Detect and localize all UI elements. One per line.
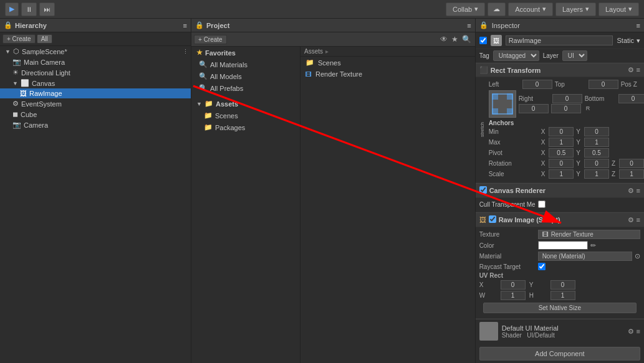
native-size-button[interactable]: Set Native Size	[483, 303, 637, 313]
hierarchy-menu-icon[interactable]: ≡	[183, 22, 187, 29]
ri-menu-icon[interactable]: ≡	[637, 216, 640, 224]
account-button[interactable]: Account ▾	[508, 2, 553, 16]
layers-button[interactable]: Layers ▾	[555, 2, 596, 16]
min-y-input[interactable]	[584, 127, 609, 136]
go-active-checkbox[interactable]	[479, 37, 487, 44]
hierarchy-item-eventsystem[interactable]: ⚙ EventSystem	[0, 98, 191, 109]
cull-checkbox[interactable]	[538, 200, 545, 208]
right-input[interactable]	[552, 94, 582, 103]
scenes-folder-item[interactable]: 📁 Scenes	[191, 110, 300, 121]
canvas-renderer-toggle[interactable]	[479, 186, 487, 195]
go-name-input[interactable]	[506, 35, 613, 45]
proj-star-button[interactable]: ★	[450, 34, 459, 45]
sc-x-label: X	[541, 171, 545, 177]
top-input[interactable]	[589, 80, 618, 89]
uv-rect-label: UV Rect	[479, 272, 640, 279]
sc-z-input[interactable]	[619, 169, 644, 179]
texture-value[interactable]: 🎞 Render Texture	[538, 230, 640, 239]
right-val-input[interactable]	[519, 104, 549, 113]
rt-menu-icon[interactable]: ≡	[637, 66, 640, 74]
rt-settings-icon[interactable]: ⚙	[628, 66, 634, 74]
uv-w-row: W H	[479, 291, 640, 300]
all-materials-label: All Materials	[210, 61, 248, 68]
rect-transform-header[interactable]: ⬛ Rect Transform ⚙ ≡	[476, 63, 644, 77]
collab-button[interactable]: Collab ▾	[446, 2, 485, 16]
play-button[interactable]: ▶	[5, 2, 19, 16]
pivot-y-input[interactable]	[584, 148, 609, 158]
anchor-preset-icon[interactable]	[489, 90, 516, 118]
step-button[interactable]: ⏭	[39, 2, 55, 16]
material-value[interactable]: None (Material)	[538, 252, 632, 261]
inspector-menu-icon[interactable]: ≡	[637, 22, 640, 29]
rot-x-input[interactable]	[549, 159, 574, 168]
scenes-asset-item[interactable]: 📁 Scenes	[300, 57, 475, 68]
raw-image-header[interactable]: 🖼 Raw Image (Script) ⚙ ≡	[476, 212, 644, 227]
project-menu-icon[interactable]: ≡	[467, 22, 471, 29]
proj-eye-button[interactable]: 👁	[439, 34, 449, 45]
hierarchy-item-canvas[interactable]: ▼ ⬜ Canvas	[0, 78, 191, 88]
all-materials-item[interactable]: 🔍 All Materials	[191, 59, 300, 70]
max-y-input[interactable]	[584, 138, 609, 147]
raw-image-checkbox[interactable]	[489, 215, 496, 223]
breadcrumb-assets[interactable]: Assets	[304, 48, 323, 55]
create-button[interactable]: + Create	[2, 34, 36, 44]
scale-label: Scale	[489, 171, 539, 177]
static-arrow[interactable]: ▾	[637, 37, 640, 45]
scene-menu[interactable]: ⋮	[183, 49, 188, 55]
ri-settings-icon[interactable]: ⚙	[628, 216, 634, 224]
proj-create-button[interactable]: + Create	[194, 35, 227, 44]
add-component-button[interactable]: Add Component	[479, 347, 640, 361]
hierarchy-item-main-camera[interactable]: 📷 Main Camera	[0, 57, 191, 67]
all-button[interactable]: All	[37, 34, 52, 44]
mat-menu-icon[interactable]: ≡	[637, 328, 640, 336]
max-x-input[interactable]	[549, 138, 574, 147]
raycast-checkbox[interactable]	[538, 263, 545, 270]
layout-button[interactable]: Layout ▾	[598, 2, 639, 16]
scenes-label: Scenes	[215, 112, 238, 120]
pause-button[interactable]: ⏸	[21, 2, 37, 16]
render-texture-item[interactable]: 🎞 Render Texture	[300, 68, 475, 80]
color-edit-icon[interactable]: ✏	[590, 242, 596, 250]
color-swatch[interactable]	[538, 241, 588, 250]
all-prefabs-item[interactable]: 🔍 All Prefabs	[191, 82, 300, 94]
min-x-input[interactable]	[549, 127, 574, 136]
cr-menu-icon[interactable]: ≡	[637, 187, 640, 195]
hierarchy-item-directional-light[interactable]: ☀ Directional Light	[0, 67, 191, 78]
all-models-item[interactable]: 🔍 All Models	[191, 70, 300, 82]
scene-root-item[interactable]: ▼ ⬡ SampleScene* ⋮	[0, 46, 191, 57]
uv-w-input[interactable]	[501, 291, 526, 300]
material-edit-icon[interactable]: ⊙	[635, 252, 640, 260]
favorites-folder[interactable]: ★ Favorites	[191, 47, 300, 59]
uv-h-input[interactable]	[550, 291, 575, 300]
uv-x-input[interactable]	[501, 280, 526, 290]
sc-y-input[interactable]	[584, 169, 609, 179]
canvas-renderer-checkbox[interactable]	[479, 186, 487, 194]
bottom-val-input[interactable]	[551, 104, 581, 113]
layer-dropdown[interactable]: UI	[562, 50, 587, 61]
rot-z-input[interactable]	[619, 159, 644, 168]
pivot-x-label: X	[541, 149, 545, 156]
hierarchy-item-cube[interactable]: ◼ Cube	[0, 109, 191, 120]
cloud-button[interactable]: ☁	[488, 2, 506, 16]
tag-dropdown[interactable]: Untagged	[493, 50, 539, 61]
hierarchy-item-camera2[interactable]: 📷 Camera	[0, 120, 191, 130]
canvas-renderer-header[interactable]: Canvas Renderer ⚙ ≡	[476, 183, 644, 198]
assets-folder[interactable]: ▼ 📁 Assets	[191, 98, 300, 110]
hierarchy-item-rawimage[interactable]: 🖼 RawImage	[0, 88, 191, 98]
cr-settings-icon[interactable]: ⚙	[628, 187, 634, 195]
rot-x-label: X	[541, 160, 545, 167]
sc-x-input[interactable]	[549, 169, 574, 179]
packages-folder-item[interactable]: 📁 Packages	[191, 121, 300, 133]
mat-settings-icon[interactable]: ⚙	[628, 328, 634, 336]
rect-icon: ⬛	[479, 66, 488, 74]
rot-y-input[interactable]	[584, 159, 609, 168]
camera2-label: Camera	[24, 121, 48, 129]
uv-y-input[interactable]	[550, 280, 575, 290]
raw-image-toggle[interactable]	[489, 215, 496, 224]
proj-search-button[interactable]: 🔍	[461, 34, 473, 45]
pivot-x-input[interactable]	[549, 148, 574, 158]
texture-icon: 🎞	[542, 231, 549, 238]
bottom-input[interactable]	[618, 94, 644, 103]
inspector-lock-icon[interactable]: 🔒	[479, 21, 488, 29]
left-input[interactable]	[522, 80, 552, 89]
